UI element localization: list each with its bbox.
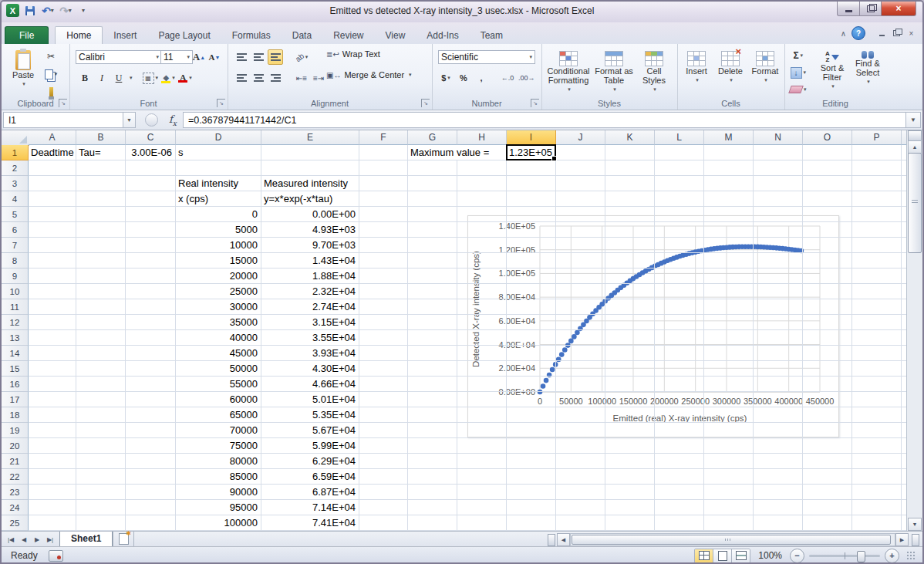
tab-split-handle[interactable] — [548, 534, 555, 546]
cell-D6[interactable]: 5000 — [178, 222, 258, 237]
ribbon-tab-home[interactable]: Home — [55, 26, 103, 44]
row-header-12[interactable]: 12 — [2, 315, 29, 330]
data-point[interactable] — [547, 373, 552, 378]
fill-color-button[interactable]: ◆▾ — [160, 70, 176, 86]
wrap-text-button[interactable]: ≣↩ Wrap Text — [326, 49, 380, 59]
workbook-close-button[interactable]: × — [905, 28, 918, 39]
close-button[interactable]: × — [882, 2, 916, 16]
ribbon-tab-insert[interactable]: Insert — [103, 27, 147, 44]
select-all-corner[interactable] — [2, 130, 29, 146]
format-painter-button[interactable] — [43, 84, 59, 100]
increase-indent-button[interactable]: ≡⇥ — [311, 70, 326, 86]
cell-E22[interactable]: 6.59E+04 — [264, 469, 356, 484]
insert-function-button[interactable]: fx — [169, 113, 177, 127]
number-dialog-launcher[interactable]: ↘ — [531, 99, 539, 107]
cell-E17[interactable]: 5.01E+04 — [264, 392, 356, 407]
format-cells-button[interactable]: Format ▾ — [748, 48, 782, 85]
middle-align-button[interactable] — [251, 49, 266, 65]
cell-E16[interactable]: 4.66E+04 — [264, 377, 356, 391]
column-header-G[interactable]: G — [408, 130, 457, 145]
clipboard-dialog-launcher[interactable]: ↘ — [59, 99, 67, 107]
row-header-18[interactable]: 18 — [2, 407, 29, 423]
zoom-slider[interactable] — [809, 555, 880, 557]
fill-handle[interactable] — [551, 156, 557, 161]
cell-D16[interactable]: 55000 — [178, 377, 258, 391]
cell-D10[interactable]: 25000 — [178, 284, 258, 299]
column-header-H[interactable]: H — [457, 130, 507, 145]
font-name-combo[interactable]: Calibri▾ — [76, 50, 162, 64]
format-as-table-button[interactable]: Format as Table ▾ — [594, 48, 634, 94]
cell-G1[interactable]: Maximum value = — [410, 145, 503, 160]
column-header-B[interactable]: B — [76, 130, 126, 145]
tab-resize-handle[interactable] — [912, 534, 919, 546]
scroll-up-button[interactable]: ▲ — [908, 140, 922, 154]
data-point[interactable] — [538, 390, 543, 395]
zoom-in-button[interactable]: + — [885, 549, 899, 563]
cell-E21[interactable]: 6.29E+04 — [264, 454, 356, 468]
data-point[interactable] — [559, 352, 565, 357]
cell-D13[interactable]: 40000 — [178, 330, 258, 345]
last-sheet-button[interactable]: ▶| — [44, 533, 56, 545]
autosum-button[interactable]: Σ▾ — [789, 48, 808, 63]
column-header-O[interactable]: O — [803, 130, 852, 145]
font-dialog-launcher[interactable]: ↘ — [217, 99, 225, 107]
expand-formula-bar-button[interactable]: ▼ — [905, 112, 921, 128]
zoom-level[interactable]: 100% — [758, 550, 782, 561]
data-point[interactable] — [568, 339, 574, 344]
cell-E23[interactable]: 6.87E+04 — [264, 485, 356, 499]
ribbon-tab-team[interactable]: Team — [470, 27, 514, 44]
row-header-4[interactable]: 4 — [2, 191, 29, 207]
cell-C1[interactable]: 3.00E-06 — [128, 145, 172, 160]
ribbon-tab-formulas[interactable]: Formulas — [221, 27, 282, 44]
name-box[interactable]: I1 — [3, 112, 123, 128]
font-color-button[interactable]: A▾ — [177, 70, 193, 86]
cell-E10[interactable]: 2.32E+04 — [264, 284, 356, 299]
top-align-button[interactable] — [234, 49, 249, 65]
next-sheet-button[interactable]: ▶ — [31, 533, 43, 545]
workbook-minimize-button[interactable] — [875, 28, 889, 39]
column-header-A[interactable]: A — [29, 130, 76, 145]
row-header-11[interactable]: 11 — [2, 299, 29, 315]
row-header-2[interactable]: 2 — [2, 160, 29, 176]
accounting-format-button[interactable]: $▾ — [438, 70, 454, 86]
page-layout-view-button[interactable] — [713, 549, 731, 562]
cell-E9[interactable]: 1.88E+04 — [264, 268, 356, 283]
cell-D20[interactable]: 75000 — [178, 438, 258, 453]
vertical-split-handle[interactable] — [908, 130, 922, 141]
fill-button[interactable]: ↓▾ — [789, 65, 808, 80]
cell-E12[interactable]: 3.15E+04 — [264, 315, 356, 329]
bottom-align-button[interactable] — [268, 49, 283, 65]
data-point[interactable] — [544, 378, 549, 383]
bold-button[interactable]: B — [77, 70, 93, 86]
cell-E4[interactable]: y=x*exp(-x*tau) — [264, 191, 356, 206]
column-header-I[interactable]: I — [507, 130, 556, 145]
row-header-16[interactable]: 16 — [2, 377, 29, 392]
row-header-15[interactable]: 15 — [2, 361, 29, 377]
zoom-slider-thumb[interactable] — [857, 551, 865, 562]
cell-D23[interactable]: 90000 — [178, 485, 258, 499]
formula-bar-collapse-button[interactable] — [145, 113, 158, 127]
cell-D17[interactable]: 60000 — [178, 392, 258, 407]
cell-E3[interactable]: Measured intensity — [264, 176, 356, 191]
column-header-M[interactable]: M — [704, 130, 754, 145]
cut-button[interactable]: ✂ — [43, 49, 59, 64]
formula-input[interactable]: =0.367879441171442/C1 — [183, 112, 905, 128]
scroll-right-button[interactable]: ▶ — [895, 533, 909, 546]
restore-button[interactable] — [860, 2, 882, 16]
cell-E5[interactable]: 0.00E+00 — [264, 207, 356, 221]
cell-E14[interactable]: 3.93E+04 — [264, 346, 356, 360]
insert-cells-button[interactable]: Insert ▾ — [680, 48, 713, 85]
cell-D14[interactable]: 45000 — [178, 346, 258, 360]
cell-E24[interactable]: 7.14E+04 — [264, 500, 356, 515]
minimize-ribbon-icon[interactable]: ∧ — [841, 29, 846, 38]
align-left-button[interactable] — [234, 70, 249, 86]
help-button[interactable]: ? — [851, 26, 865, 40]
row-header-24[interactable]: 24 — [2, 500, 29, 515]
cell-D25[interactable]: 100000 — [178, 515, 258, 530]
cell-styles-button[interactable]: Cell Styles ▾ — [636, 48, 673, 94]
cell-E7[interactable]: 9.70E+03 — [264, 238, 356, 252]
sort-filter-button[interactable]: AZ Sort & Filter ▾ — [815, 48, 849, 91]
data-point[interactable] — [562, 347, 568, 353]
row-header-14[interactable]: 14 — [2, 346, 29, 361]
cell-D15[interactable]: 50000 — [178, 361, 258, 376]
